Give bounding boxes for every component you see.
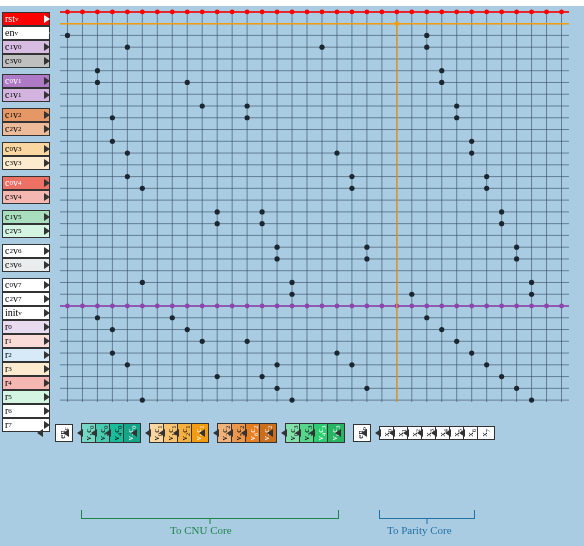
row-label: r3 [2,362,50,376]
svg-point-144 [95,68,100,73]
col-label: x7 [461,426,511,440]
svg-point-82 [260,9,265,14]
svg-point-124 [350,304,355,309]
svg-point-196 [95,80,100,85]
svg-point-99 [514,9,519,14]
svg-point-121 [305,304,310,309]
svg-point-111 [155,304,160,309]
svg-point-200 [215,221,220,226]
svg-point-182 [439,68,444,73]
row-label: initv [2,306,50,320]
row-label: c2v2 [2,122,50,136]
svg-point-167 [200,339,205,344]
svg-point-169 [110,350,115,355]
svg-point-136 [529,304,534,309]
row-label: r6 [2,404,50,418]
svg-point-187 [469,150,474,155]
svg-point-98 [499,9,504,14]
svg-point-141 [65,33,70,38]
svg-point-134 [499,304,504,309]
row-label: c3v6 [2,258,50,272]
svg-point-149 [110,139,115,144]
svg-point-207 [274,362,279,367]
svg-point-185 [454,115,459,120]
row-label: c0v3 [2,142,50,156]
interconnect-grid: encv1c0v3c0v4c0v7c0v0c1v1c1v2c1v5c1v2c2v… [60,6,569,456]
svg-point-146 [200,103,205,108]
svg-point-147 [245,103,250,108]
svg-point-80 [230,9,235,14]
svg-point-87 [335,9,340,14]
row-label: rstv [2,12,50,26]
svg-point-97 [484,9,489,14]
svg-point-172 [349,362,354,367]
svg-point-193 [514,256,519,261]
svg-point-164 [424,315,429,320]
svg-point-192 [514,245,519,250]
svg-point-166 [439,327,444,332]
svg-point-184 [454,103,459,108]
svg-point-71 [95,9,100,14]
svg-point-189 [484,186,489,191]
row-labels: rstvenvc1v0c3v0c0v1c1v1c1v2c2v2c0v3c3v3c… [2,12,50,432]
svg-point-159 [364,256,369,261]
svg-point-96 [469,9,474,14]
row-label: c1v1 [2,88,50,102]
svg-point-202 [409,292,414,297]
svg-point-142 [125,45,130,50]
svg-point-75 [155,9,160,14]
svg-point-151 [125,174,130,179]
svg-point-116 [230,304,235,309]
svg-point-178 [140,398,145,403]
svg-point-126 [379,304,384,309]
svg-point-135 [514,304,519,309]
svg-point-73 [125,9,130,14]
svg-point-174 [260,374,265,379]
svg-point-84 [290,9,295,14]
svg-point-91 [394,9,399,14]
svg-point-205 [245,339,250,344]
svg-point-208 [215,374,220,379]
svg-point-86 [320,9,325,14]
svg-point-138 [559,304,564,309]
svg-point-183 [439,80,444,85]
svg-point-155 [260,209,265,214]
brace-label-parity: To Parity Core [387,524,452,536]
svg-point-120 [290,304,295,309]
row-label: r2 [2,348,50,362]
svg-point-109 [125,304,130,309]
svg-point-175 [499,374,504,379]
svg-point-188 [484,174,489,179]
row-label: env [2,26,50,40]
svg-point-105 [65,304,70,309]
row-label: c0v1 [2,74,50,88]
svg-point-106 [80,304,85,309]
svg-point-119 [275,304,280,309]
row-label: c1v5 [2,210,50,224]
svg-point-148 [245,115,250,120]
brace-cnu [81,508,339,519]
svg-point-70 [80,9,85,14]
row-label: c1v0 [2,40,50,54]
row-label: c3v0 [2,54,50,68]
svg-point-102 [559,9,564,14]
row-label: c2v5 [2,224,50,238]
row-label: c0v7 [2,278,50,292]
svg-point-162 [289,292,294,297]
svg-point-74 [140,9,145,14]
svg-point-113 [185,304,190,309]
svg-point-179 [529,398,534,403]
svg-point-186 [469,139,474,144]
svg-point-145 [185,80,190,85]
svg-point-165 [185,327,190,332]
svg-point-152 [349,174,354,179]
svg-point-123 [335,304,340,309]
row-label: c3v3 [2,156,50,170]
svg-point-160 [140,280,145,285]
row-label: c2v6 [2,244,50,258]
svg-point-163 [170,315,175,320]
col-labels: encv1c0v3c0v4c0v7c0v0c1v1c1v2c1v5c1v2c2v… [57,408,493,462]
row-label: r0 [2,320,50,334]
svg-point-72 [110,9,115,14]
svg-point-177 [514,386,519,391]
